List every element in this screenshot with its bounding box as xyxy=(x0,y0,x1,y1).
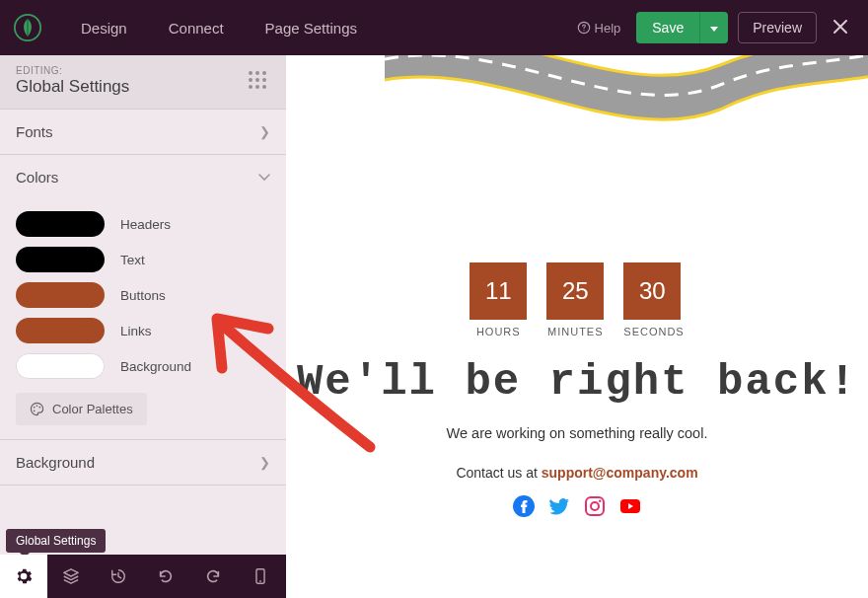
countdown-label: MINUTES xyxy=(546,326,604,337)
nav-connect[interactable]: Connect xyxy=(165,14,228,42)
chevron-right-icon: ❯ xyxy=(259,455,270,470)
color-swatch[interactable] xyxy=(16,247,105,272)
sidebar-editing-label: EDITING: xyxy=(16,65,129,76)
save-button-group: Save xyxy=(636,12,728,43)
color-row-text[interactable]: Text xyxy=(16,247,270,272)
nav-design[interactable]: Design xyxy=(77,14,131,42)
facebook-icon[interactable] xyxy=(512,494,536,518)
svg-point-5 xyxy=(38,407,40,409)
color-swatch[interactable] xyxy=(16,353,105,379)
svg-point-6 xyxy=(34,411,36,412)
canvas[interactable]: 11 HOURS 25 MINUTES 30 SECONDS We'll be … xyxy=(286,55,868,598)
help-link[interactable]: Help xyxy=(577,21,621,36)
panel-colors[interactable]: Colors xyxy=(0,155,286,199)
subtext: We are working on something really cool. xyxy=(447,425,708,441)
svg-point-12 xyxy=(599,499,601,501)
countdown-minutes: 25 MINUTES xyxy=(546,262,604,337)
mobile-icon xyxy=(252,567,269,585)
save-button[interactable]: Save xyxy=(636,12,699,43)
countdown-value: 25 xyxy=(546,262,604,320)
panel-background[interactable]: Background ❯ xyxy=(0,440,286,485)
leaf-icon xyxy=(14,14,41,41)
top-right: Help Save Preview xyxy=(577,12,868,43)
panel-background-label: Background xyxy=(16,454,95,471)
color-swatch[interactable] xyxy=(16,318,105,343)
countdown-label: HOURS xyxy=(470,326,527,337)
top-nav: Design Connect Page Settings xyxy=(77,14,361,42)
redo-icon xyxy=(204,567,222,585)
sidebar-title: Global Settings xyxy=(16,77,129,97)
color-label: Links xyxy=(120,324,152,338)
color-palettes-button[interactable]: Color Palettes xyxy=(16,393,147,425)
help-label: Help xyxy=(595,21,621,36)
panel-fonts-label: Fonts xyxy=(16,123,53,140)
gear-icon xyxy=(15,567,33,585)
help-icon xyxy=(577,21,591,35)
drag-handle-icon[interactable] xyxy=(249,71,270,93)
color-swatch[interactable] xyxy=(16,282,105,308)
countdown: 11 HOURS 25 MINUTES 30 SECONDS xyxy=(470,262,684,337)
nav-page-settings[interactable]: Page Settings xyxy=(261,14,361,42)
svg-point-11 xyxy=(591,502,599,510)
palette-icon xyxy=(30,402,44,416)
page-content: 11 HOURS 25 MINUTES 30 SECONDS We'll be … xyxy=(286,262,868,518)
bottom-toolbar xyxy=(0,555,286,598)
app-logo xyxy=(0,14,55,41)
color-label: Headers xyxy=(120,217,171,232)
color-label: Text xyxy=(120,253,145,267)
countdown-hours: 11 HOURS xyxy=(470,262,527,337)
history-icon xyxy=(109,567,127,585)
bottombar-history[interactable] xyxy=(95,555,142,598)
svg-point-3 xyxy=(34,407,36,409)
contact-email-link[interactable]: support@company.com xyxy=(542,465,698,481)
svg-point-2 xyxy=(583,30,584,31)
youtube-icon[interactable] xyxy=(618,494,642,518)
color-row-buttons[interactable]: Buttons xyxy=(16,282,270,308)
twitter-icon[interactable] xyxy=(547,494,571,518)
sidebar-header: EDITING: Global Settings xyxy=(0,55,286,109)
svg-rect-10 xyxy=(586,497,604,515)
sidebar: EDITING: Global Settings Fonts ❯ Colors … xyxy=(0,55,286,598)
color-row-links[interactable]: Links xyxy=(16,318,270,343)
bottombar-mobile-preview[interactable] xyxy=(237,555,284,598)
panel-colors-label: Colors xyxy=(16,169,58,186)
road-graphic xyxy=(385,55,868,164)
close-icon xyxy=(832,19,848,35)
color-label: Background xyxy=(120,359,191,374)
bottombar-layers[interactable] xyxy=(47,555,95,598)
preview-button[interactable]: Preview xyxy=(738,12,817,43)
countdown-value: 11 xyxy=(470,262,527,320)
colors-body: Headers Text Buttons Links Background xyxy=(0,199,286,439)
instagram-icon[interactable] xyxy=(583,494,607,518)
social-icons xyxy=(512,494,642,518)
chevron-right-icon: ❯ xyxy=(259,124,270,139)
undo-icon xyxy=(157,567,175,585)
color-row-headers[interactable]: Headers xyxy=(16,211,270,237)
tooltip-global-settings: Global Settings xyxy=(6,529,106,553)
caret-down-icon xyxy=(710,27,718,33)
headline: We'll be right back! xyxy=(297,357,857,408)
countdown-seconds: 30 SECONDS xyxy=(623,262,684,337)
bottombar-undo[interactable] xyxy=(142,555,189,598)
color-label: Buttons xyxy=(120,288,166,303)
main: EDITING: Global Settings Fonts ❯ Colors … xyxy=(0,55,868,598)
svg-point-8 xyxy=(259,580,261,582)
save-dropdown-button[interactable] xyxy=(699,12,728,43)
countdown-label: SECONDS xyxy=(623,326,684,337)
panel-fonts[interactable]: Fonts ❯ xyxy=(0,110,286,154)
color-palettes-label: Color Palettes xyxy=(52,402,133,416)
svg-point-4 xyxy=(36,405,38,407)
countdown-value: 30 xyxy=(623,262,681,320)
layers-icon xyxy=(62,567,80,585)
close-button[interactable] xyxy=(827,17,854,38)
bottombar-global-settings[interactable] xyxy=(0,555,47,598)
contact-prefix: Contact us at xyxy=(456,465,541,481)
color-row-background[interactable]: Background xyxy=(16,353,270,379)
color-swatch[interactable] xyxy=(16,211,105,237)
bottombar-redo[interactable] xyxy=(189,555,237,598)
contact-line: Contact us at support@company.com xyxy=(456,465,697,481)
top-bar: Design Connect Page Settings Help Save P… xyxy=(0,0,868,55)
chevron-down-icon xyxy=(258,174,270,182)
